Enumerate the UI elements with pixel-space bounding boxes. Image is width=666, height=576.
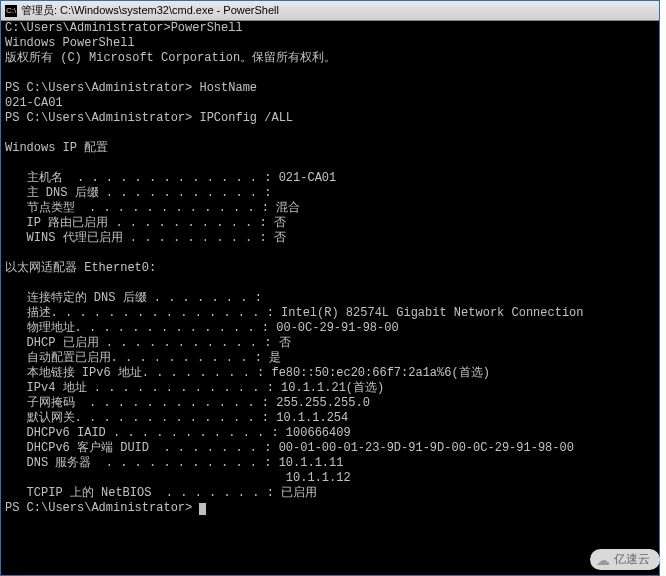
- line-adapter-autoconf: 自动配置已启用. . . . . . . . . . : 是: [5, 351, 281, 365]
- line-prompt1: PS C:\Users\Administrator> HostName: [5, 81, 257, 95]
- line-adapter-mac: 物理地址. . . . . . . . . . . . . : 00-0C-29…: [5, 321, 399, 335]
- window-title: 管理员: C:\Windows\system32\cmd.exe - Power…: [21, 3, 279, 18]
- line-host-cfg-dnssuffix: 主 DNS 后缀 . . . . . . . . . . . :: [5, 186, 271, 200]
- terminal-body[interactable]: C:\Users\Administrator>PowerShell Window…: [1, 21, 659, 575]
- line-prompt3: PS C:\Users\Administrator>: [5, 501, 199, 515]
- line-banner1: Windows PowerShell: [5, 36, 135, 50]
- cursor: [199, 503, 206, 515]
- console-window: C:\ 管理员: C:\Windows\system32\cmd.exe - P…: [0, 0, 660, 576]
- line-host-cfg-iproute: IP 路由已启用 . . . . . . . . . . : 否: [5, 216, 286, 230]
- line-adapter-dns2: 10.1.1.12: [5, 471, 351, 485]
- line-adapter-dnssuffix: 连接特定的 DNS 后缀 . . . . . . . :: [5, 291, 262, 305]
- line-host-cfg-nodetype: 节点类型 . . . . . . . . . . . . : 混合: [5, 201, 300, 215]
- cmd-icon: C:\: [5, 5, 17, 17]
- line-adapter-netbios: TCPIP 上的 NetBIOS . . . . . . . : 已启用: [5, 486, 317, 500]
- line-header: Windows IP 配置: [5, 141, 108, 155]
- titlebar[interactable]: C:\ 管理员: C:\Windows\system32\cmd.exe - P…: [1, 1, 659, 21]
- line-launch: C:\Users\Administrator>PowerShell: [5, 21, 243, 35]
- line-adapter-dns1: DNS 服务器 . . . . . . . . . . . : 10.1.1.1…: [5, 456, 343, 470]
- line-banner2: 版权所有 (C) Microsoft Corporation。保留所有权利。: [5, 51, 336, 65]
- line-adapter-gateway: 默认网关. . . . . . . . . . . . . : 10.1.1.2…: [5, 411, 348, 425]
- line-adapter-iaid: DHCPv6 IAID . . . . . . . . . . . : 1006…: [5, 426, 351, 440]
- watermark-text: 亿速云: [614, 551, 650, 568]
- line-adapter-desc: 描述. . . . . . . . . . . . . . . : Intel(…: [5, 306, 584, 320]
- line-host-cfg-hostname: 主机名 . . . . . . . . . . . . . : 021-CA01: [5, 171, 336, 185]
- cloud-icon: ☁: [596, 552, 610, 568]
- line-adapter-ipv6: 本地链接 IPv6 地址. . . . . . . . : fe80::50:e…: [5, 366, 490, 380]
- line-adapter-mask: 子网掩码 . . . . . . . . . . . . : 255.255.2…: [5, 396, 370, 410]
- line-hostname: 021-CA01: [5, 96, 63, 110]
- line-adapter-duid: DHCPv6 客户端 DUID . . . . . . . : 00-01-00…: [5, 441, 574, 455]
- line-prompt2: PS C:\Users\Administrator> IPConfig /ALL: [5, 111, 293, 125]
- line-adapter-dhcp: DHCP 已启用 . . . . . . . . . . . : 否: [5, 336, 291, 350]
- watermark: ☁ 亿速云: [590, 549, 660, 570]
- line-adapter-ipv4: IPv4 地址 . . . . . . . . . . . . : 10.1.1…: [5, 381, 384, 395]
- line-host-cfg-wins: WINS 代理已启用 . . . . . . . . . : 否: [5, 231, 286, 245]
- line-adapter-header: 以太网适配器 Ethernet0:: [5, 261, 156, 275]
